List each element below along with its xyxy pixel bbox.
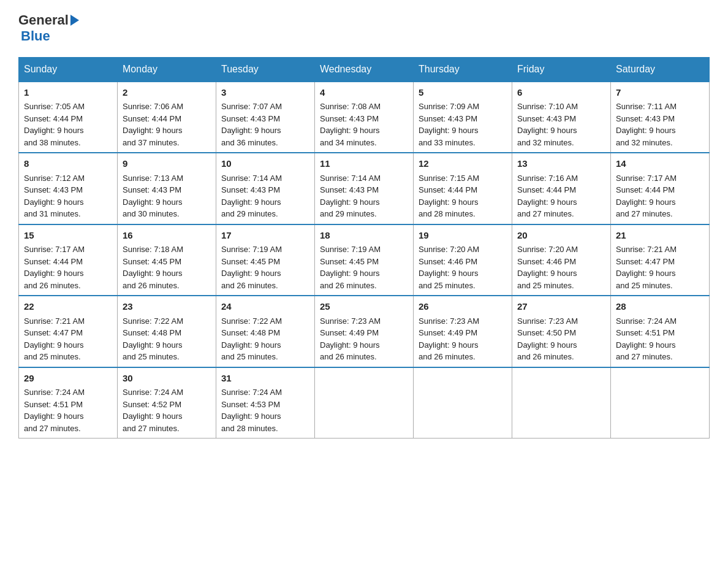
day-number: 14 (616, 157, 704, 171)
day-number: 11 (320, 157, 408, 171)
day-number: 22 (24, 300, 112, 314)
calendar-cell (512, 367, 611, 439)
calendar-cell: 15Sunrise: 7:17 AMSunset: 4:44 PMDayligh… (19, 224, 118, 296)
weekday-header-friday: Friday (512, 57, 611, 82)
day-number: 21 (616, 229, 704, 243)
day-number: 6 (517, 86, 605, 100)
weekday-header-monday: Monday (118, 57, 216, 82)
calendar-cell (611, 367, 710, 439)
calendar-cell: 8Sunrise: 7:12 AMSunset: 4:43 PMDaylight… (19, 153, 118, 224)
day-number: 1 (24, 86, 112, 100)
day-number: 10 (221, 157, 309, 171)
day-number: 26 (419, 300, 507, 314)
day-number: 13 (517, 157, 605, 171)
day-number: 31 (221, 372, 309, 386)
calendar-cell: 2Sunrise: 7:06 AMSunset: 4:44 PMDaylight… (118, 82, 216, 153)
weekday-header-sunday: Sunday (19, 57, 118, 82)
logo-triangle-icon (70, 15, 79, 26)
calendar-cell: 23Sunrise: 7:22 AMSunset: 4:48 PMDayligh… (118, 296, 216, 367)
calendar-cell: 16Sunrise: 7:18 AMSunset: 4:45 PMDayligh… (118, 224, 216, 296)
calendar-cell: 9Sunrise: 7:13 AMSunset: 4:43 PMDaylight… (118, 153, 216, 224)
calendar-cell: 31Sunrise: 7:24 AMSunset: 4:53 PMDayligh… (216, 367, 315, 439)
logo-general-text: General (18, 12, 69, 28)
calendar-cell: 21Sunrise: 7:21 AMSunset: 4:47 PMDayligh… (611, 224, 710, 296)
calendar-cell: 19Sunrise: 7:20 AMSunset: 4:46 PMDayligh… (414, 224, 512, 296)
weekday-header-wednesday: Wednesday (315, 57, 414, 82)
day-number: 4 (320, 86, 408, 100)
weekday-header-saturday: Saturday (611, 57, 710, 82)
calendar-cell (414, 367, 512, 439)
calendar-cell: 3Sunrise: 7:07 AMSunset: 4:43 PMDaylight… (216, 82, 315, 153)
week-row-5: 29Sunrise: 7:24 AMSunset: 4:51 PMDayligh… (19, 367, 710, 439)
calendar-cell: 4Sunrise: 7:08 AMSunset: 4:43 PMDaylight… (315, 82, 414, 153)
day-number: 8 (24, 157, 112, 171)
weekday-header-tuesday: Tuesday (216, 57, 315, 82)
calendar-cell: 18Sunrise: 7:19 AMSunset: 4:45 PMDayligh… (315, 224, 414, 296)
calendar-cell: 13Sunrise: 7:16 AMSunset: 4:44 PMDayligh… (512, 153, 611, 224)
calendar-cell: 10Sunrise: 7:14 AMSunset: 4:43 PMDayligh… (216, 153, 315, 224)
week-row-3: 15Sunrise: 7:17 AMSunset: 4:44 PMDayligh… (19, 224, 710, 296)
day-number: 17 (221, 229, 309, 243)
day-number: 19 (419, 229, 507, 243)
page-header: General Blue (18, 12, 710, 45)
day-number: 24 (221, 300, 309, 314)
day-number: 27 (517, 300, 605, 314)
day-number: 29 (24, 372, 112, 386)
calendar-table: SundayMondayTuesdayWednesdayThursdayFrid… (18, 57, 710, 439)
calendar-cell: 26Sunrise: 7:23 AMSunset: 4:49 PMDayligh… (414, 296, 512, 367)
day-number: 30 (123, 372, 211, 386)
day-number: 28 (616, 300, 704, 314)
calendar-cell: 14Sunrise: 7:17 AMSunset: 4:44 PMDayligh… (611, 153, 710, 224)
calendar-cell: 6Sunrise: 7:10 AMSunset: 4:43 PMDaylight… (512, 82, 611, 153)
weekday-header-row: SundayMondayTuesdayWednesdayThursdayFrid… (19, 57, 710, 82)
calendar-cell: 27Sunrise: 7:23 AMSunset: 4:50 PMDayligh… (512, 296, 611, 367)
day-number: 9 (123, 157, 211, 171)
calendar-cell: 25Sunrise: 7:23 AMSunset: 4:49 PMDayligh… (315, 296, 414, 367)
calendar-cell: 17Sunrise: 7:19 AMSunset: 4:45 PMDayligh… (216, 224, 315, 296)
calendar-cell: 5Sunrise: 7:09 AMSunset: 4:43 PMDaylight… (414, 82, 512, 153)
calendar-cell: 1Sunrise: 7:05 AMSunset: 4:44 PMDaylight… (19, 82, 118, 153)
day-number: 2 (123, 86, 211, 100)
calendar-cell: 28Sunrise: 7:24 AMSunset: 4:51 PMDayligh… (611, 296, 710, 367)
calendar-cell: 30Sunrise: 7:24 AMSunset: 4:52 PMDayligh… (118, 367, 216, 439)
day-number: 7 (616, 86, 704, 100)
logo: General Blue (18, 12, 79, 45)
day-number: 18 (320, 229, 408, 243)
weekday-header-thursday: Thursday (414, 57, 512, 82)
day-number: 12 (419, 157, 507, 171)
calendar-cell (315, 367, 414, 439)
calendar-cell: 11Sunrise: 7:14 AMSunset: 4:43 PMDayligh… (315, 153, 414, 224)
day-number: 5 (419, 86, 507, 100)
calendar-cell: 22Sunrise: 7:21 AMSunset: 4:47 PMDayligh… (19, 296, 118, 367)
week-row-1: 1Sunrise: 7:05 AMSunset: 4:44 PMDaylight… (19, 82, 710, 153)
calendar-cell: 20Sunrise: 7:20 AMSunset: 4:46 PMDayligh… (512, 224, 611, 296)
calendar-cell: 29Sunrise: 7:24 AMSunset: 4:51 PMDayligh… (19, 367, 118, 439)
calendar-cell: 12Sunrise: 7:15 AMSunset: 4:44 PMDayligh… (414, 153, 512, 224)
day-number: 23 (123, 300, 211, 314)
day-number: 25 (320, 300, 408, 314)
day-number: 15 (24, 229, 112, 243)
calendar-cell: 7Sunrise: 7:11 AMSunset: 4:43 PMDaylight… (611, 82, 710, 153)
day-number: 3 (221, 86, 309, 100)
week-row-2: 8Sunrise: 7:12 AMSunset: 4:43 PMDaylight… (19, 153, 710, 224)
day-number: 20 (517, 229, 605, 243)
day-number: 16 (123, 229, 211, 243)
week-row-4: 22Sunrise: 7:21 AMSunset: 4:47 PMDayligh… (19, 296, 710, 367)
calendar-cell: 24Sunrise: 7:22 AMSunset: 4:48 PMDayligh… (216, 296, 315, 367)
logo-blue-text: Blue (21, 28, 79, 44)
